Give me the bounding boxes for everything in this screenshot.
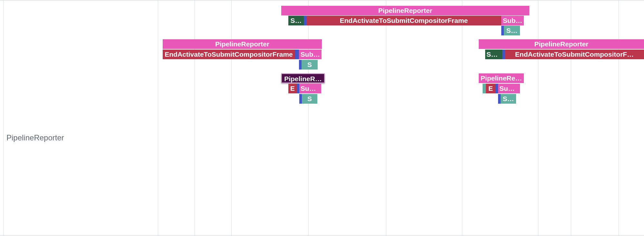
trace-slice-pr2-sub[interactable]: Sub… bbox=[299, 50, 322, 59]
trace-slice-pr3-se[interactable]: Se… bbox=[485, 50, 502, 59]
trace-slice-label: EndActivateToSubmitCompositorFrame bbox=[340, 17, 468, 24]
trace-slice-label: Se… bbox=[486, 51, 502, 58]
trace-slice-pr3[interactable]: PipelineReporter bbox=[479, 39, 644, 49]
trace-slice-pr1-s2[interactable]: S… bbox=[504, 26, 520, 35]
trace-slice-label: EndActivateToSubmitCompositorF… bbox=[515, 51, 634, 58]
trace-slice-label: S bbox=[307, 95, 312, 102]
trace-slice-pr1-s[interactable]: S… bbox=[288, 16, 304, 25]
trace-slice-pr4-sub[interactable]: Sub… bbox=[299, 84, 321, 93]
trace-slice-pr1-sub[interactable]: Sub… bbox=[501, 16, 524, 25]
trace-slice-pr5-b2[interactable] bbox=[498, 94, 501, 104]
trace-slice-label: E bbox=[290, 85, 295, 92]
h-divider-top bbox=[0, 0, 644, 1]
trace-slice-label: Sub… bbox=[499, 85, 519, 92]
trace-slice-pr1-end[interactable]: EndActivateToSubmitCompositorFrame bbox=[306, 16, 501, 25]
trace-slice-pr2-end[interactable]: EndActivateToSubmitCompositorFrame bbox=[163, 50, 295, 59]
trace-slice-label: PipelineReporter bbox=[215, 40, 269, 48]
trace-slice-pr1-b1[interactable] bbox=[304, 16, 306, 25]
trace-slice-label: S… bbox=[506, 27, 517, 34]
trace-slice-label: PipelineRe… bbox=[481, 74, 522, 82]
grid-line bbox=[231, 0, 232, 236]
trace-slice-pr1[interactable]: PipelineReporter bbox=[281, 6, 529, 15]
trace-slice-pr5-e[interactable]: E bbox=[486, 84, 495, 93]
trace-slice-pr1-b2[interactable] bbox=[501, 26, 504, 35]
trace-slice-pr4[interactable]: PipelineR… bbox=[281, 73, 325, 83]
trace-slice-label: PipelineReporter bbox=[534, 40, 588, 48]
trace-slice-label: S… bbox=[503, 95, 514, 102]
trace-slice-pr5[interactable]: PipelineRe… bbox=[479, 73, 524, 83]
trace-slice-label: EndActivateToSubmitCompositorFrame bbox=[165, 51, 293, 58]
grid-line bbox=[386, 0, 386, 236]
trace-slice-label: Sub… bbox=[503, 17, 523, 24]
trace-slice-pr3-end[interactable]: EndActivateToSubmitCompositorF… bbox=[505, 50, 644, 59]
trace-slice-label: E bbox=[488, 85, 493, 92]
grid-line bbox=[308, 0, 309, 236]
grid-line bbox=[158, 0, 158, 236]
trace-slice-pr4-b2[interactable] bbox=[299, 94, 302, 104]
trace-slice-label: S bbox=[307, 61, 312, 68]
h-divider-bottom bbox=[0, 235, 644, 236]
trace-slice-pr4-e[interactable]: E bbox=[288, 84, 297, 93]
trace-slice-label: PipelineReporter bbox=[378, 7, 432, 14]
grid-line bbox=[462, 0, 462, 236]
trace-slice-pr2-b[interactable] bbox=[295, 50, 299, 59]
grid-line bbox=[619, 0, 619, 236]
trace-slice-label: S… bbox=[290, 17, 302, 24]
trace-slice-pr2-s[interactable]: S bbox=[302, 60, 318, 70]
trace-slice-label: Sub… bbox=[301, 51, 320, 58]
trace-viewport[interactable]: PipelineReporter PipelineReporterS…EndAc… bbox=[0, 0, 644, 236]
trace-slice-pr2-b2[interactable] bbox=[299, 60, 302, 70]
trace-slice-label: Sub… bbox=[301, 85, 320, 92]
trace-slice-pr2[interactable]: PipelineReporter bbox=[163, 39, 322, 49]
trace-slice-pr5-s[interactable]: S… bbox=[501, 94, 516, 104]
trace-slice-pr4-b[interactable] bbox=[297, 84, 299, 93]
trace-slice-pr5-b[interactable] bbox=[495, 84, 498, 93]
trace-slice-pr4-s[interactable]: S bbox=[302, 94, 317, 104]
trace-slice-label: PipelineR… bbox=[284, 75, 322, 82]
grid-line bbox=[195, 0, 195, 236]
trace-slice-pr5-b0[interactable] bbox=[483, 84, 486, 93]
grid-line bbox=[538, 0, 538, 236]
grid-line bbox=[571, 0, 571, 236]
track-label-pipelinereporter: PipelineReporter bbox=[6, 133, 64, 142]
trace-slice-pr3-b[interactable] bbox=[502, 50, 505, 59]
trace-slice-pr5-sub[interactable]: Sub… bbox=[498, 84, 520, 93]
grid-line bbox=[3, 0, 4, 236]
